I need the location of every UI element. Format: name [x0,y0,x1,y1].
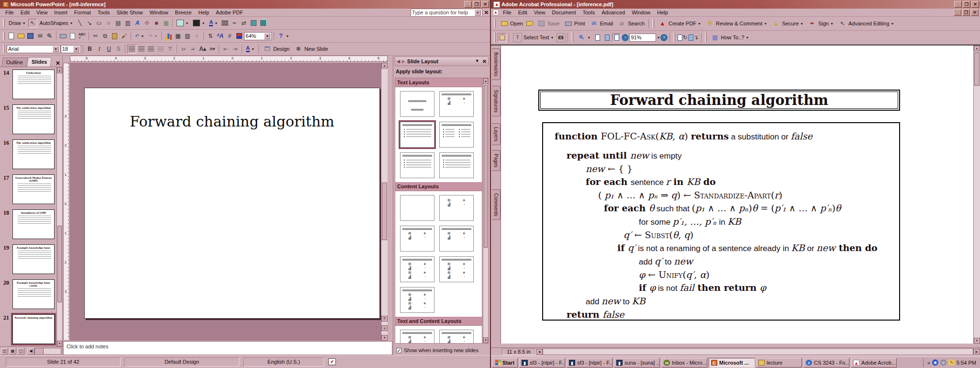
select-objects-icon[interactable]: ↖ [28,19,37,28]
workspace-scrollbar[interactable]: ▲ ⇈ ⇊ ▼ [381,63,388,341]
scroll-down-icon[interactable]: ▼ [57,341,62,346]
italic-icon[interactable]: I [95,45,104,54]
diagram-icon[interactable]: ✣ [142,19,151,28]
advanced-editing-button[interactable]: ↖Advanced Editing▼ [836,19,896,29]
scroll-up-icon[interactable]: ▲ [57,68,62,73]
redo-button[interactable]: ↷▼ [146,31,159,41]
new-slide-button[interactable]: ✻New Slide [292,44,330,54]
zoom-out-icon[interactable]: − [622,34,629,41]
insert-pages-icon[interactable]: ↴ [688,33,699,42]
align-left-icon[interactable] [127,45,136,54]
help-box-dropdown-icon[interactable]: ▼ [475,10,481,16]
copy-icon[interactable]: ⧉ [100,32,110,41]
pdf-page[interactable]: Forward chaining algorithm function FOL-… [501,46,973,344]
taskbar-item[interactable]: ▮sf3 - [nlpir] - F... [567,358,612,368]
acro-scroll-up-icon[interactable]: ▲ [974,46,980,51]
acro-menu-file[interactable]: File [500,9,515,16]
zoom-combo[interactable]: 64% ▼ [244,32,272,40]
menu-file[interactable]: File [2,9,17,16]
tray-pencil-icon[interactable]: ✎ [948,359,955,366]
create-pdf-button[interactable]: ▲Create PDF▼ [656,19,703,29]
powerpoint-titlebar[interactable]: C Microsoft PowerPoint - [m9-inference] … [0,0,490,9]
search-button[interactable]: ⌭Search [615,19,646,29]
new-file-icon[interactable] [7,32,16,41]
font-color-button[interactable]: A▼ [207,18,220,28]
pane-close-icon[interactable]: ✕ [482,58,487,65]
doc-close-button[interactable]: ✕ [971,9,979,16]
acrobat-zoom-combo[interactable]: 91% [629,34,656,42]
undo-button[interactable]: ↶▼ [133,31,146,41]
taskbar-item[interactable]: eCS 3243 - Fo... [803,358,849,368]
taskbar-item[interactable]: lecture [756,358,802,368]
slide-thumbnail-image[interactable]: Generalized Modus Ponens (GMP) [12,174,55,204]
font-name-combo[interactable]: Arial ▼ [7,45,60,53]
menu-view[interactable]: View [33,9,51,16]
layout-option-title-text-content[interactable]: ▦☻▟◔ [400,330,434,344]
normal-view-button[interactable]: ◫ [1,348,8,355]
layout-option-content[interactable]: ▦☻▟◔ [439,195,474,221]
acro-menu-edit[interactable]: Edit [515,9,531,16]
doc-restore-button[interactable]: ❐ [962,9,970,16]
acro-menu-help[interactable]: Help [654,9,671,16]
text-shadow-icon[interactable]: S [114,45,123,54]
previous-slide-icon[interactable]: ⇈ [381,316,388,322]
insert-chart-icon[interactable] [164,32,173,41]
nav-tab-signatures[interactable]: Signatures [492,86,501,116]
slide-thumbnail[interactable]: 21Forward chaining algorithm [0,312,56,346]
show-when-inserting-checkbox[interactable]: ✓ [396,348,401,353]
select-text-button[interactable]: TSelect Text▼ [511,33,556,43]
arrow-tool-icon[interactable]: ↘ [85,19,94,28]
oval-tool-icon[interactable]: ○ [104,19,113,28]
menu-breeze[interactable]: Breeze [172,9,195,16]
panel-scroll-thumb[interactable] [57,226,62,302]
nav-tab-comments[interactable]: Comments [492,189,501,220]
taskbar-item[interactable]: ▮sf3 - [nlpir] - F... [519,358,565,368]
sign-button[interactable]: ✒Sign▼ [806,19,835,29]
slide-thumbnail[interactable]: 15The unification algorithm [0,103,56,138]
menubar-close-icon[interactable]: ✕ [484,10,489,16]
taskbar-item[interactable]: ▮suna - [suna] ... [614,358,660,368]
slide-thumbnail[interactable]: 19Example knowledge base [0,242,56,277]
menu-slide-show[interactable]: Slide Show [113,9,146,16]
layout-option-vertical-title-text[interactable] [439,152,474,178]
menu-window[interactable]: Window [146,9,171,16]
open-button[interactable]: Open [498,19,525,29]
shadow-style-icon[interactable] [249,19,258,28]
clip-art-icon[interactable]: ☻ [152,19,161,28]
acro-menu-tools[interactable]: Tools [579,9,599,16]
pane-back-icon[interactable]: ◀ [397,59,400,64]
status-language[interactable]: English (U.S.) [243,357,324,367]
zoom-tool-button[interactable]: 🔍︎▼ [575,33,593,43]
start-button[interactable]: Start [492,358,518,368]
restore-button[interactable]: ❐ [473,1,480,8]
slide-thumbnail[interactable]: 14Unification [0,68,56,103]
grid-guides-icon[interactable]: # [225,32,234,41]
slide-thumbnail-image[interactable]: Unification [12,69,55,99]
toolbar-overflow-icon[interactable]: ▼ [286,34,289,38]
slide-thumbnail-image[interactable]: The unification algorithm [12,104,55,134]
layout-option-title-two-content[interactable]: ▦☻▟◔ [439,226,474,252]
tab-slides[interactable]: Slides [26,57,52,67]
underline-icon[interactable]: U [104,45,113,54]
slide-thumbnail[interactable]: 18Soundness of GMP [0,207,56,242]
slide-thumbnail[interactable]: 16The unification algorithm [0,138,56,172]
panel-scrollbar[interactable]: ▲ ▼ [56,68,62,346]
numbering-icon[interactable]: 1≡ [179,45,188,54]
tray-chevron-icon[interactable]: « [927,360,930,366]
menu-help[interactable]: Help [195,9,212,16]
slide-thumbnail[interactable]: 20Example knowledge base contd. [0,277,56,312]
layout-option-blank[interactable] [400,195,434,221]
dash-style-icon[interactable]: ┅ [230,19,239,28]
pane-dropdown-icon[interactable]: ▼ [475,58,479,65]
notes-pane[interactable]: Click to add notes [63,341,392,355]
nav-tab-pages[interactable]: Pages [492,150,501,171]
hscroll-left-arrow-icon[interactable]: ◀ [536,349,543,355]
taskbar-item[interactable]: CMicrosoft ... [709,358,755,368]
slide-canvas[interactable]: Forward chaining algorithm [84,88,380,319]
open-file-icon[interactable] [16,32,25,41]
layout-option-title-text[interactable] [400,122,434,148]
3d-style-icon[interactable] [258,19,267,28]
menu-adobe-pdf[interactable]: Adobe PDF [212,9,246,16]
hscroll-right-arrow-icon[interactable]: ▶ [973,349,980,355]
menu-edit[interactable]: Edit [17,9,33,16]
